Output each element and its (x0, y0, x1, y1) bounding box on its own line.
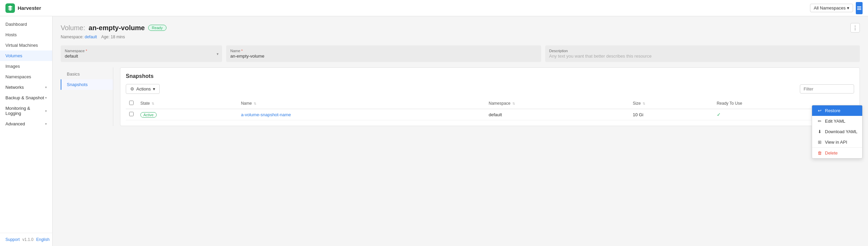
description-label: Description (549, 49, 856, 53)
namespace-field: Namespace * default ▾ (61, 45, 222, 62)
delete-icon: 🗑 (817, 150, 822, 156)
cell-size: 10 Gi (629, 109, 713, 120)
sidebar-footer: Support v1.1.0 English (0, 233, 52, 246)
page-header: Volume: an-empty-volume Ready ⋮ (61, 23, 860, 33)
chevron-down-icon: ▾ (45, 96, 47, 100)
sidebar-item-monitoring-logging[interactable]: Monitoring & Logging ▾ (0, 103, 52, 119)
snapshots-toolbar: ⚙ Actions ▾ (126, 84, 854, 94)
left-tabs: Basics Snapshots (61, 67, 113, 126)
sidebar-item-advanced[interactable]: Advanced ▾ (0, 119, 52, 129)
age-meta-label: Age: (101, 35, 110, 39)
download-yaml-label: Download YAML (825, 129, 857, 134)
language-selector[interactable]: English (36, 237, 50, 242)
table-header: State ⇅ Name ⇅ Namespace ⇅ (126, 98, 854, 109)
page-title: Volume: an-empty-volume Ready (61, 24, 166, 32)
chevron-down-icon: ▾ (45, 122, 47, 126)
sort-icon: ⇅ (152, 102, 154, 105)
sidebar-item-volumes[interactable]: Volumes (0, 50, 52, 61)
chevron-down-icon: ▾ (847, 5, 849, 11)
chevron-down-icon: ▾ (153, 86, 155, 91)
content-area: Basics Snapshots Snapshots ⚙ Actions ▾ (61, 67, 860, 126)
snapshots-table: State ⇅ Name ⇅ Namespace ⇅ (126, 98, 854, 120)
kebab-menu-button[interactable]: ⋮ (850, 23, 860, 33)
sidebar-item-virtual-machines[interactable]: Virtual Machines (0, 40, 52, 50)
snapshots-title: Snapshots (126, 73, 854, 79)
table-body: Active a-volume-snapshot-name default 10… (126, 109, 854, 120)
namespace-selector[interactable]: All Namespaces ▾ (810, 4, 853, 12)
namespace-meta-link[interactable]: default (85, 35, 97, 39)
support-link[interactable]: Support (5, 237, 20, 242)
status-badge: Ready (148, 25, 166, 31)
description-placeholder: Any text you want that better describes … (549, 54, 856, 59)
delete-label: Delete (825, 150, 838, 156)
gear-icon: ⚙ (130, 86, 134, 91)
table-row: Active a-volume-snapshot-name default 10… (126, 109, 854, 120)
dropdown-item-restore[interactable]: ↩ Restore (812, 105, 862, 116)
col-name: Name ⇅ (238, 98, 486, 109)
snapshots-panel: Snapshots ⚙ Actions ▾ (120, 67, 860, 126)
namespace-label: Namespace * (65, 49, 218, 53)
app-header: Harvester All Namespaces ▾ (0, 0, 868, 16)
chevron-down-icon: ▾ (217, 52, 219, 56)
sidebar-item-namespaces[interactable]: Namespaces (0, 71, 52, 82)
api-icon: ⊞ (817, 140, 822, 145)
col-state: State ⇅ (137, 98, 238, 109)
app-title: Harvester (18, 5, 41, 11)
namespace-value: default (65, 54, 218, 59)
dropdown-item-edit-yaml[interactable]: ✏ Edit YAML (812, 116, 862, 126)
namespace-meta-label: Namespace: (61, 35, 83, 39)
required-indicator: * (86, 49, 87, 53)
tab-snapshots[interactable]: Snapshots (61, 79, 113, 90)
dropdown-item-download-yaml[interactable]: ⬇ Download YAML (812, 126, 862, 137)
version-label: v1.1.0 (22, 237, 34, 242)
check-icon: ✓ (717, 112, 721, 117)
restore-label: Restore (825, 108, 841, 113)
app-body: Dashboard Hosts Virtual Machines Volumes… (0, 16, 868, 246)
sidebar-item-backup-snapshot[interactable]: Backup & Snapshot ▾ (0, 93, 52, 103)
cell-state: Active (137, 109, 238, 120)
age-meta-value: 18 mins (111, 35, 125, 39)
sidebar-item-images[interactable]: Images (0, 61, 52, 71)
page-title-value: an-empty-volume (88, 24, 145, 32)
state-badge: Active (140, 112, 157, 118)
download-icon: ⬇ (817, 129, 822, 134)
filter-input[interactable] (800, 84, 854, 94)
actions-label: Actions (136, 86, 151, 91)
sidebar-item-dashboard[interactable]: Dashboard (0, 19, 52, 29)
dropdown-item-delete[interactable]: 🗑 Delete (812, 148, 862, 158)
header-right: All Namespaces ▾ (810, 2, 863, 14)
row-checkbox[interactable] (129, 112, 134, 116)
restore-icon: ↩ (817, 108, 822, 113)
dropdown-item-view-api[interactable]: ⊞ View in API (812, 137, 862, 147)
description-field: Description Any text you want that bette… (545, 45, 860, 62)
logo-icon (5, 3, 15, 13)
sidebar-item-networks[interactable]: Networks ▾ (0, 82, 52, 93)
chevron-down-icon: ▾ (45, 85, 47, 89)
right-panel: Snapshots ⚙ Actions ▾ (113, 67, 860, 126)
panel-toggle-button[interactable] (856, 2, 863, 14)
snapshot-name-link[interactable]: a-volume-snapshot-name (241, 112, 291, 117)
form-row: Namespace * default ▾ Name * an-empty-vo… (61, 45, 860, 62)
app-logo: Harvester (5, 3, 41, 13)
sort-icon: ⇅ (643, 102, 645, 105)
col-namespace: Namespace ⇅ (485, 98, 629, 109)
main-content: Volume: an-empty-volume Ready ⋮ Namespac… (53, 16, 868, 246)
name-field: Name * an-empty-volume (226, 45, 541, 62)
edit-icon: ✏ (817, 119, 822, 124)
chevron-down-icon: ▾ (45, 109, 47, 113)
select-all-checkbox[interactable] (129, 101, 134, 105)
namespace-selector-label: All Namespaces (814, 5, 846, 11)
sort-icon: ⇅ (254, 102, 256, 105)
view-api-label: View in API (825, 140, 847, 145)
sidebar-item-hosts[interactable]: Hosts (0, 29, 52, 40)
cell-namespace: default (485, 109, 629, 120)
sidebar: Dashboard Hosts Virtual Machines Volumes… (0, 16, 53, 246)
actions-button[interactable]: ⚙ Actions ▾ (126, 84, 160, 94)
actions-dropdown-menu: ↩ Restore ✏ Edit YAML ⬇ Download YAML ⊞ … (812, 105, 863, 159)
sidebar-nav: Dashboard Hosts Virtual Machines Volumes… (0, 16, 52, 233)
page-meta: Namespace: default Age: 18 mins (61, 35, 860, 39)
sort-icon: ⇅ (512, 102, 515, 105)
name-label: Name * (230, 49, 537, 53)
edit-yaml-label: Edit YAML (825, 119, 845, 124)
tab-basics[interactable]: Basics (61, 69, 113, 79)
